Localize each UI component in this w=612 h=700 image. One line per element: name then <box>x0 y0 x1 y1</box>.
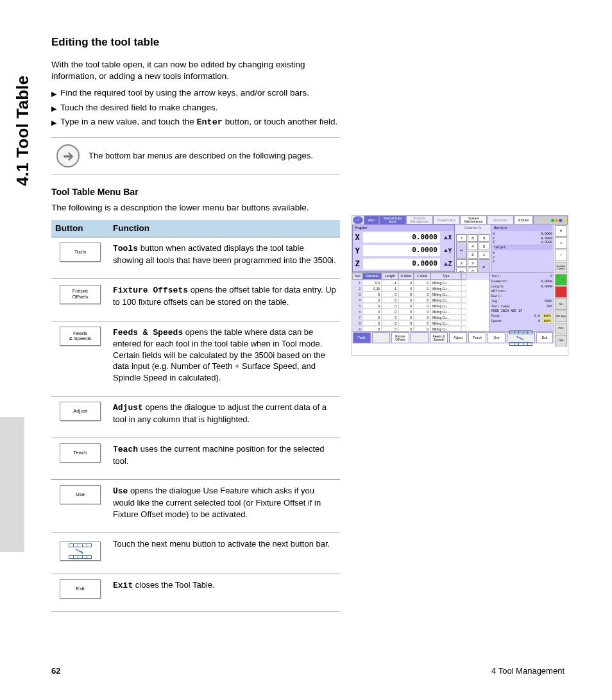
table-row: FixtureOffsetsFixture Offsets opens the … <box>51 279 340 321</box>
tool-table-row[interactable]: 10.5-100Milling Cu… <box>352 280 489 286</box>
soft-button[interactable]: Tools <box>60 243 101 262</box>
soft-button[interactable]: Use <box>60 485 101 504</box>
instruction-item: ▶ Find the required tool by using the ar… <box>51 87 340 99</box>
tool-table-row[interactable]: 40000Milling Cu… <box>352 297 489 303</box>
button-cell: Feeds& Speeds <box>51 321 109 397</box>
tab-program-run[interactable]: Program Run <box>433 216 460 225</box>
tool-table-col[interactable]: Length <box>382 273 398 280</box>
keypad-key[interactable]: 1 <box>479 251 489 259</box>
softkey-adjust[interactable]: Adjust <box>449 332 467 343</box>
side-button[interactable]: Blk Skip <box>555 311 567 322</box>
bullet-icon: ▶ <box>51 118 56 128</box>
axis-value-y[interactable]: 0.0000 <box>363 245 440 256</box>
softkey-exit[interactable]: Exit <box>536 332 553 343</box>
tool-table-row[interactable]: 60000Milling Cu… <box>352 309 489 314</box>
side-button[interactable]: T <box>555 250 567 261</box>
tool-table-row[interactable]: 80000Milling Cu… <box>352 320 489 326</box>
soft-button[interactable]: Teach <box>60 443 101 463</box>
keypad-key[interactable]: 6 <box>468 251 479 259</box>
tool-table-col[interactable]: Diameter <box>362 273 382 280</box>
tool-table-row[interactable]: 20.25-100Milling Cu… <box>352 286 489 291</box>
tool-table-row[interactable]: 70000Milling Cu… <box>352 314 489 320</box>
tab-program-management[interactable]: Program Management <box>406 216 433 225</box>
dro-area: Program X 0.0000 X Y 0.0000 Y Z 0.0000 <box>352 225 554 272</box>
tab-shutdown[interactable]: Shutdown <box>487 216 514 225</box>
function-cell: Feeds & Speeds opens the table where dat… <box>109 321 340 397</box>
keypad-key[interactable]: 4 <box>468 243 479 250</box>
function-term: Adjust <box>113 403 143 413</box>
axis-value-z[interactable]: 0.0000 <box>363 259 440 269</box>
keypad-key[interactable]: 5 <box>479 243 489 250</box>
axis-mark-x: X <box>441 234 454 241</box>
bullet-icon: ▶ <box>51 104 56 114</box>
side-button[interactable] <box>555 274 567 286</box>
axis-mark-z: Z <box>441 260 454 268</box>
tool-table-row[interactable]: 30000Milling Cu… <box>352 291 489 297</box>
dro-row-y: Y 0.0000 Y <box>353 244 454 257</box>
function-cell: Touch the next menu button to activate t… <box>109 533 340 574</box>
button-function-table: Button Function ToolsTools button when a… <box>51 220 340 612</box>
enter-key-ref: Enter <box>196 117 223 127</box>
softkey-feeds-speeds[interactable]: Feeds & Speeds <box>430 332 448 343</box>
tool-table-row[interactable]: 50000Milling Cu… <box>352 303 489 309</box>
tool-table-col[interactable] <box>461 273 466 280</box>
softkey-fixture-offsets[interactable]: Fixture Offsets <box>391 332 409 343</box>
tool-table-col[interactable]: Type <box>430 273 461 280</box>
tool-table-col[interactable]: D Wear <box>398 273 414 280</box>
tab-manual-data-input[interactable]: Manual Data Input <box>379 216 406 225</box>
section-heading: Editing the tool table <box>51 35 340 50</box>
keypad-key[interactable]: 8 <box>468 234 479 242</box>
abc-button[interactable]: ABC <box>364 216 379 225</box>
next-button-bar-icon[interactable] <box>60 542 101 561</box>
keypad-key[interactable]: 3 <box>468 259 479 267</box>
softkey-empty <box>411 332 429 343</box>
axis-label-y: Y <box>353 246 362 256</box>
instruction-text: Find the required tool by using the arro… <box>60 87 309 99</box>
side-button[interactable]: M1 <box>555 298 567 310</box>
keypad-key[interactable]: 2 <box>456 259 467 267</box>
soft-button[interactable]: FixtureOffsets <box>60 285 101 304</box>
next-bar-icon[interactable] <box>508 330 534 346</box>
keypad-key[interactable]: ↵ <box>456 243 467 259</box>
tab-system-maintenance[interactable]: System Maintenance <box>460 216 487 225</box>
table-row: UseUse opens the dialogue Use Feature wh… <box>51 480 340 533</box>
keypad-key[interactable]: 9 <box>479 234 489 242</box>
table-row: ToolsTools button when activated display… <box>51 237 340 279</box>
side-button[interactable]: OFF <box>555 323 567 334</box>
tool-table-col[interactable]: Tool <box>352 273 362 280</box>
tool-table-grid[interactable]: ToolDiameterLengthD WearL WearType 10.5-… <box>352 273 489 331</box>
table-row: ExitExit closes the Tool Table. <box>51 574 340 612</box>
note-callout: The bottom bar menus are described on th… <box>51 137 340 175</box>
col-button: Button <box>51 220 109 237</box>
soft-button[interactable]: Adjust <box>60 402 101 421</box>
axis-value-x[interactable]: 0.0000 <box>363 232 440 243</box>
tool-table-screenshot: ? ABC Manual Data Input Program Manageme… <box>352 215 568 356</box>
instruction-text: Type in a new value, and touch the Enter… <box>60 116 337 128</box>
button-cell: Use <box>51 480 109 533</box>
clock: 9:25am <box>514 216 533 225</box>
button-cell: Tools <box>51 237 109 279</box>
side-button[interactable]: S <box>555 237 567 249</box>
button-cell: Exit <box>51 574 109 612</box>
side-button[interactable]: Custom Cycles <box>555 262 567 273</box>
dro-program-header: Program <box>353 225 454 231</box>
side-button[interactable]: M <box>555 225 567 237</box>
axis-label-z: Z <box>353 259 362 269</box>
softkey-teach[interactable]: Teach <box>468 332 486 343</box>
page-number: 62 <box>51 665 60 677</box>
side-button[interactable] <box>555 286 567 298</box>
soft-button[interactable]: Feeds& Speeds <box>60 327 101 346</box>
side-button[interactable]: OFF <box>555 335 567 346</box>
keypad-header: Distance To <box>456 226 489 234</box>
tool-table-grid-wrap: ToolDiameterLengthD WearL WearType 10.5-… <box>352 272 554 331</box>
function-cell: Use opens the dialogue Use Feature which… <box>109 480 340 533</box>
tool-table-col[interactable]: L Wear <box>414 273 430 280</box>
soft-button[interactable]: Exit <box>60 579 101 599</box>
keypad-key[interactable]: 7 <box>456 234 467 242</box>
softkey-tools[interactable]: Tools <box>353 332 371 343</box>
page-footer: 62 4 Tool Management <box>51 665 565 677</box>
softkey-use[interactable]: Use <box>488 332 506 343</box>
help-button[interactable]: ? <box>353 216 363 224</box>
button-cell: Adjust <box>51 397 109 438</box>
tool-table-row[interactable]: 90000Milling Cu… <box>352 326 489 331</box>
